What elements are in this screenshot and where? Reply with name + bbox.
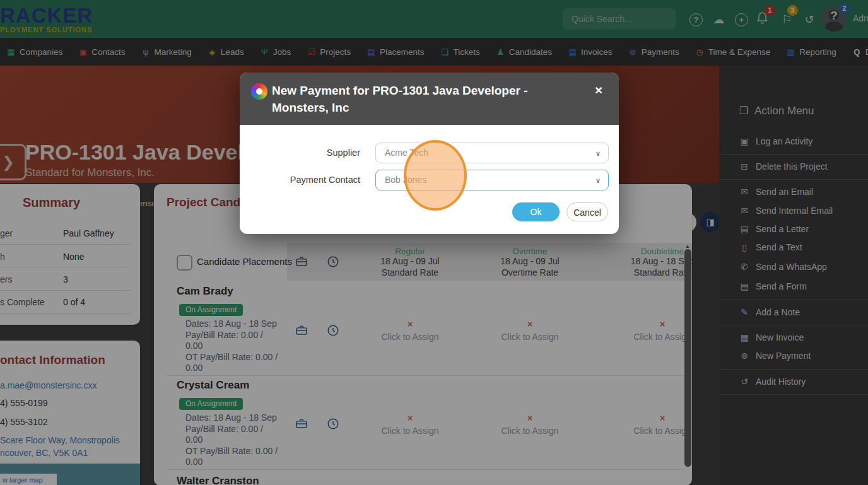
- click-highlight-indicator: [404, 140, 467, 211]
- close-icon[interactable]: ×: [595, 83, 602, 98]
- supplier-label: Supplier: [243, 148, 360, 158]
- tracker-logo-icon: [251, 83, 267, 100]
- app-root: RACKER PLOYMENT SOLUTIONS ? ☁ + 1 ⚐ 3 ↺ …: [0, 0, 868, 485]
- modal-header: New Payment for PRO-1301 Java Developer …: [240, 73, 619, 125]
- modal-title: New Payment for PRO-1301 Java Developer …: [272, 82, 568, 116]
- chevron-down-icon: ∨: [595, 170, 601, 191]
- ok-button[interactable]: Ok: [512, 202, 560, 221]
- chevron-down-icon: ∨: [595, 143, 601, 164]
- cancel-button[interactable]: Cancel: [566, 202, 608, 221]
- payment-contact-label: Payment Contact: [243, 175, 360, 185]
